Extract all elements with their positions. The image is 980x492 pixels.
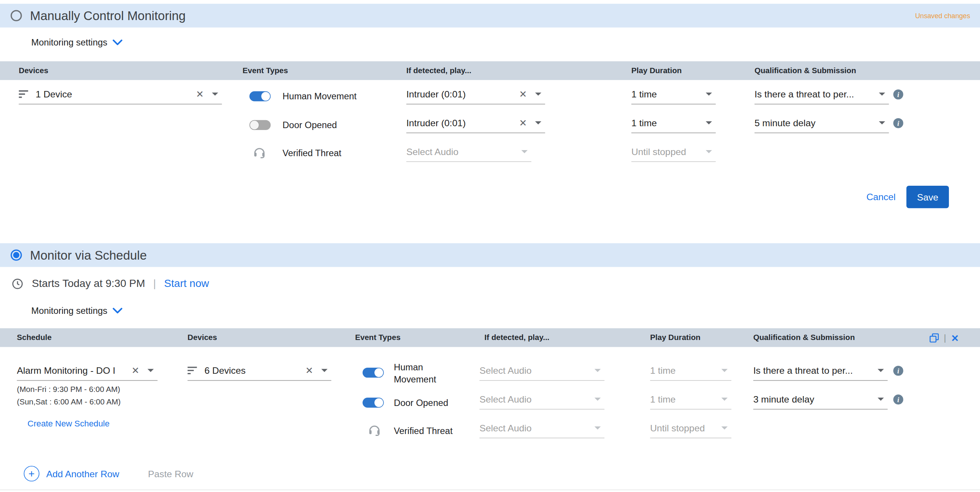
manual-monitoring-radio[interactable]	[11, 10, 22, 21]
dropdown-caret-icon	[147, 369, 153, 372]
qualification-value: 3 minute delay	[753, 394, 875, 404]
clear-icon[interactable]: ✕	[514, 89, 533, 99]
start-now-link[interactable]: Start now	[164, 277, 209, 290]
col-header-qualification: Qualification & Submission	[753, 328, 855, 347]
duration-value: 1 time	[632, 118, 703, 128]
headset-icon	[368, 424, 381, 437]
col-header-play-duration: Play Duration	[650, 328, 700, 347]
separator: |	[153, 277, 156, 290]
clear-icon[interactable]: ✕	[514, 118, 533, 128]
duration-value: 1 time	[632, 89, 703, 99]
manual-event-label-human-movement: Human Movement	[283, 90, 356, 103]
dropdown-caret-icon	[879, 92, 885, 96]
dropdown-caret-icon	[706, 150, 712, 153]
add-row-bar: + Add Another Row Paste Row	[24, 466, 194, 481]
info-icon[interactable]: i	[893, 395, 903, 404]
save-button[interactable]: Save	[907, 186, 949, 208]
manual-duration-select-3[interactable]: Until stopped	[632, 142, 716, 162]
manual-devices-select[interactable]: 1 Device ✕	[19, 84, 222, 105]
qualification-value: Is there a threat to per...	[754, 89, 877, 99]
schedule-duration-select-1[interactable]: 1 time	[650, 361, 731, 381]
duration-placeholder: 1 time	[650, 394, 719, 404]
dropdown-caret-icon	[595, 369, 601, 372]
clear-icon[interactable]: ✕	[300, 366, 319, 375]
schedule-qualification-select-2[interactable]: 3 minute delay	[753, 390, 888, 410]
unsaved-changes-badge: Unsaved changes	[915, 12, 970, 19]
schedule-audio-select-2[interactable]: Select Audio	[479, 390, 605, 410]
manual-monitoring-settings-toggle[interactable]: Monitoring settings	[31, 38, 122, 48]
manual-duration-select-2[interactable]: 1 time	[632, 113, 716, 134]
col-header-play-duration: Play Duration	[632, 61, 682, 80]
schedule-toggle-door-opened[interactable]	[363, 398, 384, 408]
schedule-audio-select-3[interactable]: Select Audio	[479, 419, 605, 439]
info-icon[interactable]: i	[893, 118, 903, 128]
clear-icon[interactable]: ✕	[190, 89, 209, 99]
schedule-section-title: Monitor via Schedule	[30, 248, 147, 262]
qualification-value: 5 minute delay	[754, 118, 877, 128]
add-row-button[interactable]: +	[24, 466, 40, 481]
schedule-event-label-verified-threat: Verified Threat	[394, 425, 452, 437]
manual-audio-select-2[interactable]: Intruder (0:01) ✕	[406, 113, 545, 134]
duplicate-row-icon[interactable]	[929, 333, 939, 342]
col-header-if-detected: If detected, play...	[484, 328, 549, 347]
dropdown-caret-icon	[878, 369, 884, 372]
manual-audio-select-1[interactable]: Intruder (0:01) ✕	[406, 84, 545, 105]
manual-section-title: Manually Control Monitoring	[30, 8, 186, 23]
dropdown-caret-icon	[595, 398, 601, 401]
delete-row-icon[interactable]: ✕	[951, 333, 959, 342]
audio-placeholder: Select Audio	[479, 394, 592, 404]
schedule-select[interactable]: Alarm Monitoring - DO I ✕	[17, 361, 158, 381]
schedule-audio-select-1[interactable]: Select Audio	[479, 361, 605, 381]
dropdown-caret-icon	[522, 150, 528, 153]
schedule-duration-select-2[interactable]: 1 time	[650, 390, 731, 410]
dropdown-caret-icon	[321, 369, 328, 372]
dropdown-caret-icon	[722, 427, 728, 430]
schedule-duration-select-3[interactable]: Until stopped	[650, 419, 731, 439]
separator: |	[943, 333, 946, 343]
col-header-devices: Devices	[188, 328, 217, 347]
manual-audio-select-3[interactable]: Select Audio	[406, 142, 531, 162]
schedule-section-header: Monitor via Schedule	[0, 244, 980, 267]
manual-toggle-door-opened[interactable]	[249, 120, 270, 130]
schedule-event-label-door-opened: Door Opened	[394, 396, 448, 409]
col-header-qualification: Qualification & Submission	[754, 61, 856, 80]
clear-icon[interactable]: ✕	[126, 366, 145, 375]
dropdown-caret-icon	[595, 427, 601, 430]
schedule-toggle-human-movement[interactable]	[363, 368, 384, 377]
schedule-monitoring-settings-toggle[interactable]: Monitoring settings	[31, 306, 122, 316]
info-icon[interactable]: i	[893, 366, 903, 376]
schedule-start-row: Starts Today at 9:30 PM | Start now	[11, 277, 209, 290]
dropdown-caret-icon	[212, 92, 218, 96]
create-new-schedule-link[interactable]: Create New Schedule	[28, 419, 110, 428]
schedule-time-line-2: (Sun,Sat : 6:00 AM - 6:00 AM)	[17, 396, 121, 408]
manual-toggle-human-movement[interactable]	[249, 91, 270, 101]
schedule-starts-text: Starts Today at 9:30 PM	[32, 277, 145, 290]
manual-qualification-select-1[interactable]: Is there a threat to per...	[754, 84, 889, 105]
schedule-event-label-human-movement: Human Movement	[394, 361, 450, 386]
cancel-button[interactable]: Cancel	[866, 191, 896, 202]
paste-row-button[interactable]: Paste Row	[148, 468, 194, 479]
manual-event-label-door-opened: Door Opened	[283, 119, 337, 131]
col-header-schedule: Schedule	[17, 328, 52, 347]
col-header-if-detected: If detected, play...	[406, 61, 471, 80]
filter-icon	[19, 90, 29, 98]
dropdown-caret-icon	[706, 121, 712, 124]
add-another-row-label[interactable]: Add Another Row	[46, 468, 119, 479]
schedule-time-line-1: (Mon-Fri : 9:30 PM - 6:00 AM)	[17, 383, 121, 396]
duration-placeholder: Until stopped	[632, 146, 703, 157]
dropdown-caret-icon	[722, 398, 728, 401]
chevron-down-icon	[112, 308, 122, 314]
schedule-devices-select[interactable]: 6 Devices ✕	[188, 361, 331, 381]
schedule-qualification-select-1[interactable]: Is there a threat to per...	[753, 361, 888, 381]
manual-duration-select-1[interactable]: 1 time	[632, 84, 716, 105]
manual-devices-value: 1 Device	[36, 89, 190, 99]
dropdown-caret-icon	[535, 121, 541, 124]
headset-icon	[252, 146, 266, 159]
monitoring-settings-page: Manually Control Monitoring Unsaved chan…	[0, 0, 980, 492]
schedule-monitoring-radio[interactable]	[11, 249, 22, 261]
manual-qualification-select-2[interactable]: 5 minute delay	[754, 113, 889, 134]
filter-icon	[188, 366, 198, 374]
info-icon[interactable]: i	[893, 89, 903, 99]
duration-placeholder: 1 time	[650, 365, 719, 376]
dropdown-caret-icon	[535, 92, 541, 96]
